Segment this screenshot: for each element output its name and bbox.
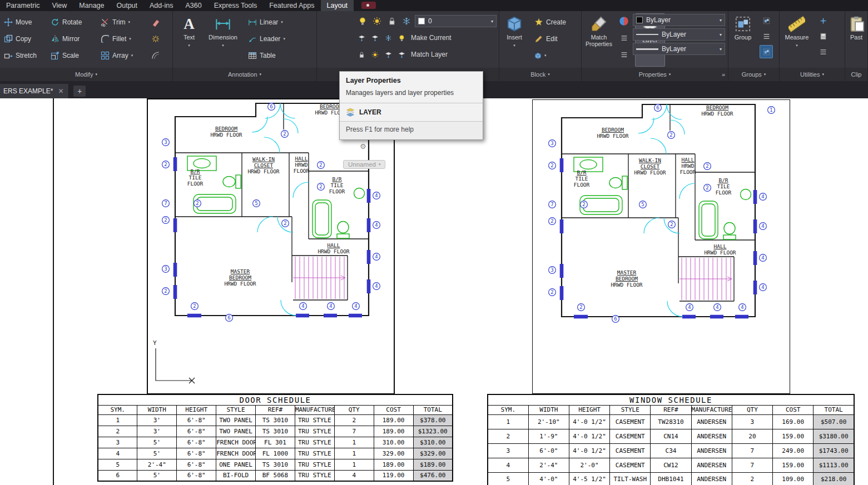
ribbon-tab-layout[interactable]: Layout <box>321 0 354 11</box>
group-selection-toggle[interactable] <box>760 45 773 58</box>
schedule-header-cell: HEIGHT <box>569 405 609 414</box>
paste-button[interactable]: Past <box>846 12 866 41</box>
object-color-button[interactable] <box>617 14 631 28</box>
layer-off-tool-button[interactable] <box>396 31 408 44</box>
schedule-cell: TILT-WASH <box>610 472 651 485</box>
schedule-cell: $1113.00 <box>814 458 854 472</box>
layer-thaw-button[interactable] <box>370 14 383 28</box>
erase-button[interactable] <box>149 16 162 29</box>
layer-on-button[interactable] <box>356 14 369 28</box>
point-icon <box>820 17 827 24</box>
layer-unlock-tool-button[interactable] <box>369 48 381 61</box>
touch-mode-icon[interactable] <box>361 2 376 9</box>
viewport-control-dropdown[interactable]: Unnamed▾ <box>343 160 385 169</box>
offset-button[interactable] <box>149 49 162 62</box>
schedule-cell: $476.00 <box>413 470 453 481</box>
ribbon-tab-manage[interactable]: Manage <box>73 0 110 11</box>
quick-calc-button[interactable] <box>816 29 830 43</box>
copy-button[interactable]: Copy <box>2 32 49 46</box>
schedule-header-cell: STYLE <box>610 405 651 414</box>
ribbon-tab-view[interactable]: View <box>46 0 73 11</box>
plan-symbol-number: 6 <box>270 104 272 109</box>
schedule-cell: 189.00 <box>374 414 413 426</box>
panel-label-annotation[interactable]: Annotation▾ <box>173 68 316 81</box>
trim-button[interactable]: Trim▾ <box>99 15 149 29</box>
fillet-button[interactable]: Fillet▾ <box>99 32 149 46</box>
scale-button[interactable]: Scale <box>49 48 99 63</box>
panel-label-properties[interactable]: Properties▾» <box>582 68 728 81</box>
linear-button[interactable]: Linear▾ <box>246 15 285 29</box>
drawing-tab[interactable]: ERS EXAMPLE* ✕ <box>0 84 69 98</box>
trim-icon <box>101 18 110 27</box>
layer-lock-tool-button[interactable] <box>356 48 368 61</box>
insert-button[interactable]: Insert▾ <box>502 12 527 49</box>
ribbon-tab-express-tools[interactable]: Express Tools <box>208 0 264 11</box>
layer-unisolate-button[interactable] <box>369 31 381 44</box>
viewport-gear-icon[interactable]: ⚙ <box>360 142 366 151</box>
ribbon-tab-a360[interactable]: A360 <box>179 0 207 11</box>
array-button[interactable]: Array▾ <box>99 48 149 63</box>
layer-select-dropdown[interactable]: 0 ▾ <box>415 15 497 27</box>
panel-label-utilities[interactable]: Utilities▾ <box>780 68 845 81</box>
create-block-button[interactable]: Create <box>533 15 568 29</box>
properties-list-button[interactable] <box>617 31 631 44</box>
text-button[interactable]: A Text▾ <box>176 12 202 49</box>
schedule-cell: 5' <box>137 470 177 481</box>
panel-label-clipboard[interactable]: Clip <box>845 68 867 81</box>
schedule-cell: 6'-8" <box>177 414 216 426</box>
leader-button[interactable]: Leader▾ <box>246 32 287 46</box>
schedule-cell: $329.00 <box>413 448 453 459</box>
make-current-button[interactable]: Make Current <box>409 31 453 45</box>
panel-caret-icon: ▾ <box>95 72 97 77</box>
layer-freeze-tool-button[interactable] <box>383 31 394 44</box>
ribbon-tab-featured-apps[interactable]: Featured Apps <box>263 0 320 11</box>
layer-lock-button[interactable] <box>385 14 398 28</box>
ribbon-tab-addins[interactable]: Add-ins <box>143 0 179 11</box>
room-label: HRWD FLOOR <box>210 132 242 138</box>
plan-symbol-number: 6 <box>227 315 230 321</box>
table-button[interactable]: Table <box>246 48 277 63</box>
panel-label-groups[interactable]: Groups▾ <box>728 68 779 81</box>
group-edit-button[interactable] <box>760 29 773 43</box>
layer-freeze-button[interactable] <box>400 14 413 28</box>
panel-label-block[interactable]: Block▾ <box>499 68 581 81</box>
stretch-button[interactable]: Stretch <box>2 48 49 63</box>
match-layer-button[interactable]: Match Layer <box>409 47 449 62</box>
panel-label-modify[interactable]: Modify▾ <box>0 68 172 81</box>
schedule-cell: 2'-4" <box>137 459 177 470</box>
linetype-dropdown[interactable]: ByLayer ▾ <box>633 28 725 41</box>
layer-on-icon <box>358 17 367 26</box>
ungroup-button[interactable] <box>760 14 773 27</box>
panel-annotation: A Text▾ Dimension▾ Linear▾ Leader▾ Table… <box>173 11 317 81</box>
plan-symbol-number: 4 <box>375 254 378 259</box>
panel-expander-icon[interactable]: » <box>722 71 725 78</box>
ribbon-tab-parametric[interactable]: Parametric <box>0 0 46 11</box>
rotate-button[interactable]: Rotate <box>49 15 99 29</box>
transparency-button[interactable] <box>617 48 631 61</box>
mirror-button[interactable]: Mirror <box>49 32 99 46</box>
close-tab-icon[interactable]: ✕ <box>58 87 63 95</box>
schedule-cell: 1 <box>98 414 137 426</box>
explode-button[interactable] <box>149 32 162 46</box>
edit-block-button[interactable]: Edit <box>533 32 559 46</box>
new-tab-button[interactable]: + <box>73 86 86 97</box>
block-attributes-dropdown[interactable]: ▾ <box>533 48 548 63</box>
measure-button[interactable]: Measure▾ <box>781 12 813 49</box>
lineweight-dropdown[interactable]: ByLayer ▾ <box>633 43 725 55</box>
move-button[interactable]: Move <box>2 15 49 29</box>
dimension-button[interactable]: Dimension▾ <box>204 12 242 49</box>
rotate-icon <box>51 18 59 27</box>
ribbon-tab-output[interactable]: Output <box>111 0 144 11</box>
point-style-button[interactable] <box>816 14 830 27</box>
layer-isolate-button[interactable] <box>356 31 368 44</box>
layer-walk-button[interactable] <box>383 48 394 61</box>
object-color-dropdown[interactable]: ByLayer ▾ <box>633 14 725 26</box>
group-button[interactable]: Group <box>730 12 756 41</box>
explode-icon <box>151 34 160 43</box>
room-label: HRWD FLOOR <box>224 281 256 287</box>
layer-restore-button[interactable] <box>396 48 408 61</box>
schedule-cell: CW12 <box>651 458 691 472</box>
id-point-button[interactable] <box>816 45 830 58</box>
match-properties-button[interactable]: Match Properties <box>583 12 615 47</box>
schedule-cell: TS 3010 <box>256 414 295 426</box>
